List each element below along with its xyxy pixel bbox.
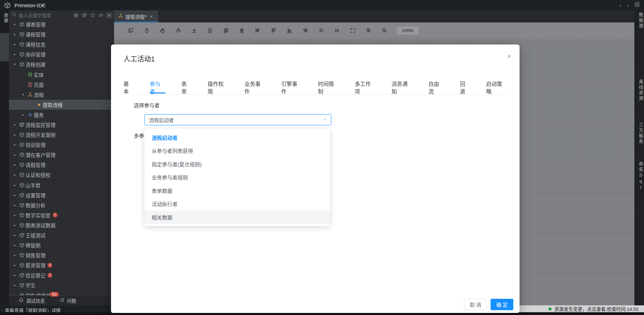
pointer-icon[interactable] [143, 27, 150, 34]
tree-item-设置管理[interactable]: ▸设置管理 [9, 190, 114, 200]
expand-arrow-icon[interactable]: ▸ [20, 112, 26, 117]
expand-arrow-icon[interactable]: ▸ [12, 152, 18, 157]
document-icon[interactable] [207, 27, 213, 34]
nav-back-icon[interactable]: ‹ [620, 2, 622, 8]
expand-arrow-icon[interactable]: ▸ [12, 142, 18, 147]
delete-icon[interactable] [238, 27, 245, 34]
zoom-level-field[interactable]: 100% [397, 27, 419, 35]
rail-tab-三方服务[interactable]: 三方服务 [634, 122, 644, 145]
brush-icon[interactable] [175, 27, 182, 34]
expand-arrow-icon[interactable]: ▸ [12, 32, 18, 37]
dialog-tab-操作权限[interactable]: 操作权限 [208, 81, 229, 93]
hand-icon[interactable] [159, 27, 166, 34]
expand-arrow-icon[interactable]: ▸ [12, 203, 18, 207]
editor-tab-extract-flow[interactable]: 提取流程* × [114, 10, 158, 22]
expand-arrow-icon[interactable]: ▸ [12, 183, 18, 187]
expand-arrow-icon[interactable]: ▸ [12, 122, 18, 127]
tree-item-培训管理[interactable]: ▸培训管理 [9, 140, 114, 150]
dialog-close-icon[interactable]: × [507, 53, 511, 60]
expand-arrow-icon[interactable]: ▸ [12, 193, 18, 197]
refresh-icon[interactable] [90, 12, 95, 18]
expand-arrow-icon[interactable]: ▸ [12, 52, 18, 57]
align-top-icon[interactable] [270, 27, 277, 34]
expand-arrow-icon[interactable]: ▸ [12, 243, 18, 247]
rail-tab-命名Sql[interactable]: 命名Sql [634, 161, 644, 191]
dropdown-option-指定参与者(复合规则)[interactable]: 指定参与者(复合规则) [144, 157, 330, 171]
tree-item-薪资管理[interactable]: ▸薪资管理! [9, 260, 114, 270]
tree-item-课程信息[interactable]: ▸课程信息 [9, 39, 114, 49]
tree-item-请假管理[interactable]: ▸请假管理 [9, 160, 114, 170]
tree-item-学生成绩单[interactable]: ▸学生成绩单 [9, 291, 114, 295]
dropdown-option-业务参与者规则[interactable]: 业务参与者规则 [144, 171, 330, 184]
tree-item-图表测试数据[interactable]: ▸图表测试数据 [9, 220, 114, 230]
tree-item-认证和授权[interactable]: ▸认证和授权 [9, 170, 114, 180]
download-icon[interactable] [191, 27, 198, 34]
tree-item-山羊君[interactable]: ▸山羊君 [9, 180, 114, 190]
expand-arrow-icon[interactable]: ▸ [12, 163, 18, 167]
zoom-in-icon[interactable] [365, 27, 372, 34]
align-center-icon[interactable] [318, 27, 324, 34]
tree-item-学生[interactable]: ▸学生 [9, 280, 114, 290]
debug-info-button[interactable]: 调试信息 [19, 297, 45, 304]
fit-screen-icon[interactable] [349, 27, 356, 34]
expand-arrow-icon[interactable]: ▸ [12, 213, 18, 217]
zoom-out-icon[interactable] [381, 27, 388, 34]
save-icon[interactable] [634, 2, 640, 9]
cancel-button[interactable]: 取 消 [464, 299, 487, 310]
expand-arrow-icon[interactable]: ▸ [12, 233, 18, 237]
tree-item-王斌测试[interactable]: ▸王斌测试 [9, 230, 114, 240]
tree-item-流程监控管理[interactable]: ▸流程监控管理 [9, 120, 114, 130]
dialog-tab-回退[interactable]: 回退 [460, 81, 470, 93]
tree-item-流程[interactable]: ▾流程 [9, 90, 114, 100]
expand-arrow-icon[interactable]: ▸ [12, 223, 18, 227]
import-icon[interactable]: in [106, 12, 112, 18]
tree-item-销售管理[interactable]: ▸销售管理 [9, 250, 114, 260]
copy-icon[interactable] [127, 27, 134, 34]
dropdown-option-从参与者列表获得[interactable]: 从参与者列表获得 [144, 144, 330, 158]
expand-arrow-icon[interactable]: ▸ [12, 283, 18, 287]
rail-tab-resources[interactable]: 资源 [0, 13, 9, 23]
rail-tab-离线资源[interactable]: 离线资源 [634, 79, 644, 101]
dialog-tab-多工作项[interactable]: 多工作项 [355, 81, 376, 93]
expand-arrow-icon[interactable]: ▸ [12, 132, 18, 137]
ok-button[interactable]: 确 定 [491, 299, 513, 310]
rail-tab-数据源[interactable]: 数据源 [634, 12, 644, 29]
new-module-icon[interactable] [81, 12, 87, 18]
dropdown-option-相关数据[interactable]: 相关数据 [144, 210, 330, 224]
dialog-tab-业务事件[interactable]: 业务事件 [244, 81, 265, 93]
dialog-tab-启动策略[interactable]: 启动策略 [486, 81, 507, 93]
tree-item-库存管理[interactable]: ▸库存管理 [9, 49, 114, 59]
expand-arrow-icon[interactable]: ▸ [12, 42, 18, 47]
tree-item-稀饭粥[interactable]: ▸稀饭粥 [9, 240, 114, 250]
tree-item-课表管理[interactable]: ▸课表管理 [9, 19, 114, 29]
expand-arrow-icon[interactable]: ▸ [12, 253, 18, 257]
dropdown-option-表单数据[interactable]: 表单数据 [144, 184, 330, 197]
dialog-tab-时间限制[interactable]: 时间限制 [318, 81, 339, 93]
tree-item-潜在客户管理[interactable]: ▸潜在客户管理 [9, 150, 114, 160]
dropdown-option-活动执行者[interactable]: 活动执行者 [144, 197, 330, 211]
tree-item-实体[interactable]: 实体 [9, 69, 114, 79]
nav-forward-icon[interactable]: › [627, 2, 629, 8]
tree-item-数字实验室[interactable]: ▸数字实验室! [9, 210, 114, 220]
tree-item-信访登记[interactable]: ▸信访登记! [9, 270, 114, 280]
expand-arrow-icon[interactable]: ▾ [20, 92, 26, 97]
dialog-tab-消息通知[interactable]: 消息通知 [392, 81, 413, 93]
dropdown-option-流程启动者[interactable]: 流程启动者 [144, 131, 330, 144]
tree-item-课程管理[interactable]: ▸课程管理 [9, 29, 114, 39]
tree-item-流程创建[interactable]: ▾流程创建 [9, 59, 114, 69]
tree-item-服务[interactable]: ▸服务 [9, 110, 114, 120]
expand-arrow-icon[interactable]: ▸ [12, 263, 18, 267]
participant-select[interactable]: 流程启动者 [144, 114, 331, 125]
dialog-tab-基本[interactable]: 基本 [123, 81, 134, 93]
expand-arrow-icon[interactable]: ▸ [12, 173, 18, 177]
tree-item-页面[interactable]: 页面 [9, 80, 114, 90]
ai-icon[interactable] [73, 12, 79, 18]
distribute-vertical-icon[interactable] [333, 27, 340, 34]
align-bottom-icon[interactable] [286, 27, 293, 34]
dialog-tab-表单[interactable]: 表单 [181, 81, 192, 93]
dialog-tab-参与者[interactable]: 参与者 [150, 81, 165, 93]
tab-close-icon[interactable]: × [150, 13, 153, 19]
duplicate-icon[interactable] [222, 27, 229, 34]
sort-icon[interactable] [98, 12, 104, 18]
expand-arrow-icon[interactable]: ▾ [12, 62, 18, 67]
